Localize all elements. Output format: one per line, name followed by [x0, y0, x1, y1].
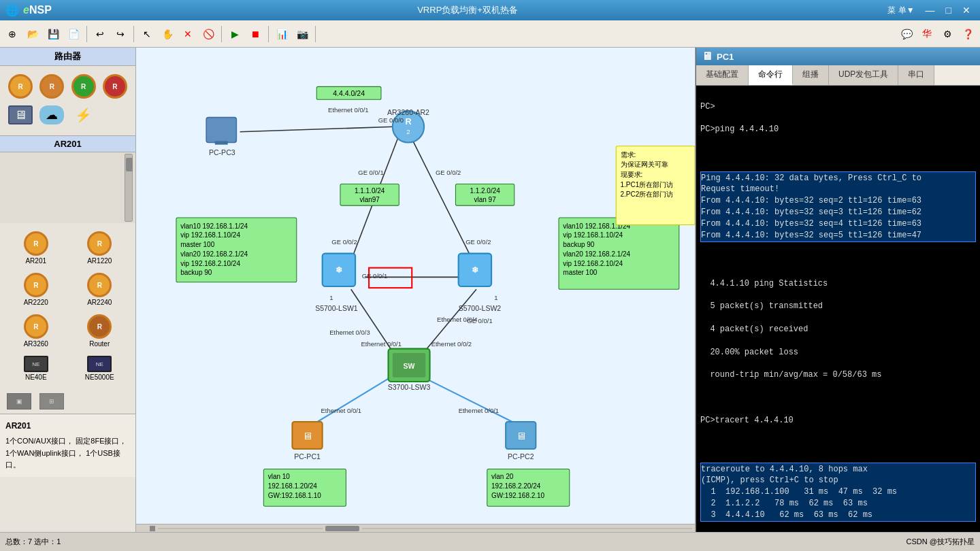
tb-delete[interactable]: ✕ [178, 24, 197, 44]
tb-undo[interactable]: ↩ [91, 24, 110, 44]
svg-text:vip 192.168.2.10/24: vip 192.168.2.10/24 [180, 260, 240, 267]
tb-sep1 [86, 26, 87, 42]
sidebar-item-monitor[interactable]: 🖥 [5, 103, 35, 127]
svg-text:1.1.1.0/24: 1.1.1.0/24 [355, 187, 385, 195]
term-tracert-result: traceroute to 4.4.4.10, 8 hops max (ICMP… [700, 463, 976, 522]
device-description: AR201 1个CON/AUX接口， 固定8FE接口， 1个WAN侧uplink… [0, 414, 135, 477]
tab-udp-send[interactable]: UDP发包工具 [829, 65, 898, 85]
tab-serial[interactable]: 串口 [898, 65, 934, 85]
svg-text:为保证网关可靠: 为保证网关可靠 [621, 161, 668, 168]
sidebar-item-ne5000e[interactable]: NE NE5000E [69, 353, 131, 384]
pc1-terminal[interactable]: PC> PC>ping 4.4.4.10 Ping 4.4.4.10: 32 d… [696, 86, 980, 532]
sidebar-item-ar2220[interactable]: R AR2220 [5, 270, 67, 309]
svg-text:1: 1 [494, 294, 497, 301]
sidebar-item-extra1[interactable]: ▣ [5, 390, 33, 412]
sidebar-item-ar201[interactable]: R AR201 [5, 229, 67, 267]
svg-text:vip 192.168.1.10/24: vip 192.168.1.10/24 [180, 231, 240, 239]
tb-forbid[interactable]: 🚫 [199, 24, 218, 44]
tab-basic-config[interactable]: 基础配置 [696, 65, 749, 85]
router-icon-3: R [71, 74, 96, 99]
logo-e: e [23, 4, 29, 16]
tb-save[interactable]: 💾 [44, 24, 63, 44]
sidebar-item-extra2[interactable]: ⊞ [38, 390, 65, 412]
svg-text:GE 0/0/2: GE 0/0/2 [331, 238, 357, 246]
svg-text:SW: SW [404, 362, 415, 370]
sidebar-item-router3[interactable]: R [69, 71, 99, 101]
sidebar-item-router[interactable]: R Router [69, 312, 131, 350]
svg-text:🖥: 🖥 [302, 431, 312, 441]
pc1-title: PC1 [717, 52, 734, 62]
svg-text:vlan10 192.168.1.1/24: vlan10 192.168.1.1/24 [180, 222, 248, 230]
tb-huawei[interactable]: 华 [917, 24, 936, 44]
tb-hand[interactable]: ✋ [158, 24, 177, 44]
sidebar-item-ar2240[interactable]: R AR2240 [69, 270, 131, 309]
router-label: Router [89, 340, 110, 348]
tb-close[interactable]: 📄 [64, 24, 83, 44]
svg-text:vlan 20: vlan 20 [491, 473, 514, 480]
ar1220-icon: R [87, 231, 112, 256]
topology-svg: 4.4.4.0/24 R 2 AR3260-AR2 PC-PC3 Etherne… [136, 48, 695, 524]
tb-capture[interactable]: 📷 [293, 24, 312, 44]
tb-new[interactable]: ⊕ [3, 24, 22, 44]
h-scrollbar[interactable] [136, 524, 695, 532]
svg-text:Ethernet 0/0/1: Ethernet 0/0/1 [459, 407, 500, 414]
logo-icon: 🌐 [5, 4, 19, 17]
ne5000e-icon: NE [87, 356, 112, 372]
svg-text:backup 90: backup 90 [563, 241, 595, 248]
svg-text:Ethernet 0/0/1: Ethernet 0/0/1 [361, 340, 402, 348]
svg-text:GE 0/0/1: GE 0/0/1 [362, 272, 387, 280]
tb-open[interactable]: 📂 [23, 24, 42, 44]
sidebar-item-router1[interactable]: R [5, 71, 35, 101]
tb-select[interactable]: ↖ [137, 24, 157, 44]
minimize-button[interactable]: — [921, 3, 939, 18]
tb-help[interactable]: ❓ [958, 24, 977, 44]
sidebar-item-router2[interactable]: R [37, 71, 67, 101]
h-scroll-bar[interactable] [325, 526, 359, 531]
canvas-area[interactable]: 4.4.4.0/24 R 2 AR3260-AR2 PC-PC3 Etherne… [136, 48, 696, 532]
svg-rect-17 [215, 141, 228, 144]
svg-text:GE 0/0/2: GE 0/0/2 [466, 238, 491, 246]
zap-icon: ⚡ [71, 105, 96, 124]
pc1-icon: 🖥 [702, 50, 713, 63]
svg-text:vip 192.168.1.10/24: vip 192.168.1.10/24 [563, 231, 623, 239]
svg-text:Ethernet 0/0/2: Ethernet 0/0/2 [431, 340, 472, 348]
pc1-header: 🖥 PC1 [696, 48, 980, 65]
menu-button[interactable]: 菜 单▼ [883, 3, 918, 18]
sidebar-item-router4[interactable]: R [100, 71, 130, 101]
tb-start[interactable]: ▶ [225, 24, 244, 44]
desc-text: 1个CON/AUX接口， 固定8FE接口， 1个WAN侧uplink接口， 1个… [5, 435, 130, 471]
ar1220-label: AR1220 [87, 257, 112, 265]
tb-redo[interactable]: ↪ [111, 24, 130, 44]
svg-text:S5700-LSW1: S5700-LSW1 [315, 304, 358, 312]
tb-stop[interactable]: ⏹ [246, 24, 265, 44]
h-scroll-thumb[interactable] [150, 526, 155, 531]
svg-text:192.168.1.20/24: 192.168.1.20/24 [268, 482, 318, 490]
svg-text:❄: ❄ [336, 266, 342, 274]
svg-text:🖥: 🖥 [516, 431, 526, 441]
svg-text:Ethernet 0/0/3: Ethernet 0/0/3 [329, 329, 370, 336]
sidebar-item-cloud[interactable]: ☁ [37, 103, 67, 127]
term-stats-4: round-trip min/avg/max = 0/58/63 ms [700, 369, 976, 381]
status-bar: 总数：7 选中：1 CSDN @技巧拓扑星 [0, 532, 980, 551]
tb-config[interactable]: 📊 [272, 24, 291, 44]
maximize-button[interactable]: □ [942, 3, 956, 18]
svg-text:vlan97: vlan97 [359, 196, 380, 203]
svg-text:GW:192.168.1.10: GW:192.168.1.10 [268, 492, 322, 499]
sidebar-item-ne40e[interactable]: NE NE40E [5, 353, 67, 384]
svg-text:backup 90: backup 90 [180, 269, 212, 276]
sidebar-item-zap[interactable]: ⚡ [69, 103, 99, 127]
router-icon-2: R [39, 74, 64, 99]
tab-command-line[interactable]: 命令行 [749, 65, 793, 85]
tb-settings[interactable]: ⚙ [938, 24, 957, 44]
monitor-icon: 🖥 [8, 105, 33, 124]
svg-text:现要求:: 现要求: [621, 171, 643, 178]
sidebar-item-ar3260[interactable]: R AR3260 [5, 312, 67, 350]
tb-sep4 [268, 26, 269, 42]
tab-multicast[interactable]: 组播 [793, 65, 829, 85]
desc-title: AR201 [5, 420, 130, 433]
tb-chat[interactable]: 💬 [897, 24, 916, 44]
close-button[interactable]: ✕ [958, 3, 975, 18]
term-line-5 [700, 393, 976, 404]
sidebar-item-ar1220[interactable]: R AR1220 [69, 229, 131, 267]
svg-text:S5700-LSW2: S5700-LSW2 [459, 304, 502, 312]
